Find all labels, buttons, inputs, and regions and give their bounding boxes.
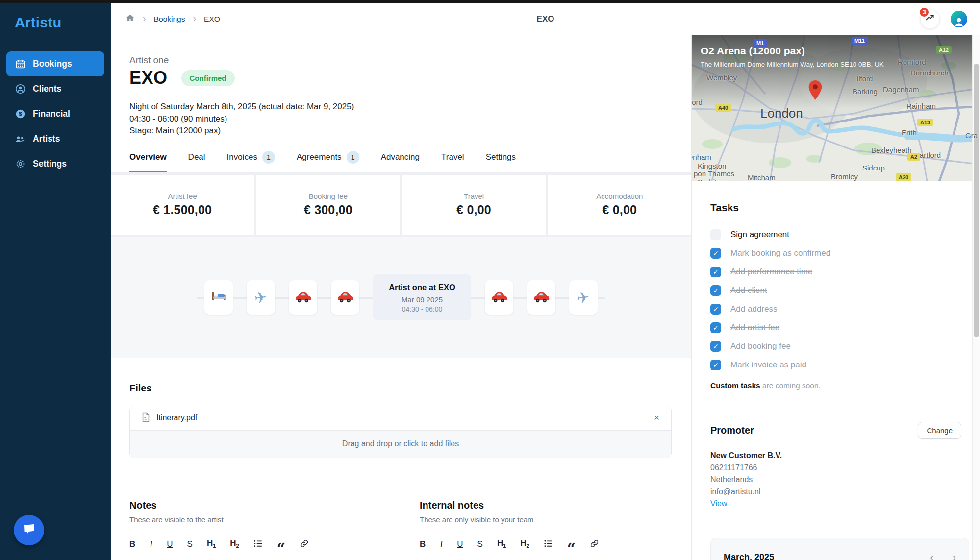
tab-travel[interactable]: Travel (441, 151, 464, 172)
task-add-client[interactable]: ✓ Add client (710, 281, 961, 300)
task-mark-booking-confirmed[interactable]: ✓ Mark booking as confirmed (710, 244, 961, 263)
strikethrough-button[interactable]: S (187, 540, 193, 548)
sidebar-item-bookings[interactable]: Bookings (6, 51, 104, 76)
checkbox-checked[interactable]: ✓ (710, 267, 721, 277)
heading2-button[interactable]: H2 (230, 539, 239, 549)
map-pin-icon (808, 80, 822, 102)
underline-button[interactable]: U (167, 540, 173, 548)
heading2-button[interactable]: H2 (520, 539, 529, 549)
heading1-button[interactable]: H1 (207, 539, 216, 549)
task-sign-agreement[interactable]: Sign agreement (710, 225, 961, 244)
checkbox-checked[interactable]: ✓ (710, 248, 721, 259)
tab-agreements[interactable]: Agreements1 (297, 151, 359, 172)
timeline-drive-stop[interactable] (485, 280, 513, 315)
strikethrough-button[interactable]: S (477, 540, 483, 548)
sidebar-item-settings[interactable]: Settings (6, 151, 104, 176)
task-add-artist-fee[interactable]: ✓ Add artist fee (710, 318, 961, 337)
italic-button[interactable]: I (440, 540, 443, 549)
promoter-heading: Promoter (710, 425, 754, 436)
car-icon (490, 288, 508, 307)
event-title: Artist one at EXO (378, 283, 466, 292)
booking-detail: Artist one EXO Confirmed Night of Saturd… (111, 35, 691, 560)
tab-deal[interactable]: Deal (188, 151, 205, 172)
internal-notes-column: Internal notes These are only visible to… (401, 481, 691, 560)
list-button[interactable] (544, 539, 553, 550)
timeline-drive-stop[interactable] (331, 280, 359, 315)
list-button[interactable] (253, 539, 263, 550)
tab-settings[interactable]: Settings (486, 151, 516, 172)
activity-button[interactable]: 3 (920, 9, 940, 29)
notes-toolbar: B I U S H1 H2 “ (129, 538, 378, 550)
underline-button[interactable]: U (457, 540, 463, 548)
fee-card-accomodation: Accomodation € 0,00 (548, 175, 691, 235)
tab-overview[interactable]: Overview (129, 151, 167, 172)
task-mark-invoice-paid[interactable]: ✓ Mark invoice as paid (710, 356, 961, 374)
tab-advancing[interactable]: Advancing (381, 151, 420, 172)
calendar-next-icon[interactable]: › (953, 552, 956, 560)
file-dropzone[interactable]: Drag and drop or click to add files (130, 430, 671, 458)
sidebar-item-financial[interactable]: $ Financial (6, 101, 104, 126)
checkbox-unchecked[interactable] (710, 229, 721, 240)
checkbox-checked[interactable]: ✓ (710, 304, 721, 315)
booking-time-line: 04:30 - 06:00 (90 minutes) (129, 113, 691, 125)
notes-heading: Notes (129, 500, 378, 511)
fee-card-artist-fee: Artist fee € 1.500,00 (111, 175, 254, 235)
checkbox-checked[interactable]: ✓ (710, 341, 721, 352)
files-heading: Files (129, 383, 672, 394)
view-promoter-link[interactable]: View (710, 498, 961, 510)
scrollbar-thumb[interactable] (974, 64, 979, 337)
file-row[interactable]: Itinerary.pdf × (130, 406, 671, 430)
task-add-address[interactable]: ✓ Add address (710, 300, 961, 318)
internal-notes-heading: Internal notes (420, 500, 669, 511)
timeline-event-card[interactable]: Artist one at EXO Mar 09 2025 04:30 - 06… (373, 274, 471, 320)
map-label: Romford (898, 58, 926, 66)
plane-icon: ✈ (576, 288, 591, 307)
timeline-drive-stop[interactable] (289, 280, 317, 315)
task-add-performance-time[interactable]: ✓ Add performance time (710, 263, 961, 281)
sidebar-item-artists[interactable]: Artists (6, 126, 104, 151)
promoter-country: Netherlands (710, 474, 961, 486)
timeline-flight-stop[interactable]: ✈ (247, 280, 275, 315)
link-button[interactable] (300, 539, 309, 550)
plane-icon: ✈ (253, 288, 268, 307)
heading1-button[interactable]: H1 (497, 539, 506, 549)
checkbox-checked[interactable]: ✓ (710, 360, 721, 370)
promoter-phone: 06211171766 (710, 462, 961, 474)
italic-button[interactable]: I (150, 540, 152, 549)
bold-button[interactable]: B (129, 540, 135, 548)
chat-bubble-icon (22, 522, 36, 538)
remove-file-icon[interactable]: × (654, 413, 659, 423)
link-button[interactable] (590, 539, 599, 550)
timeline-hotel-stop[interactable] (204, 280, 233, 315)
calendar-prev-icon[interactable]: ‹ (930, 552, 933, 560)
files-card: Itinerary.pdf × Drag and drop or click t… (129, 406, 672, 458)
timeline-drive-stop[interactable] (527, 280, 555, 315)
road-badge: A13 (917, 119, 933, 126)
user-avatar[interactable] (951, 11, 967, 27)
chat-launcher-button[interactable] (14, 515, 44, 545)
timeline-flight-stop[interactable]: ✈ (569, 280, 598, 315)
custom-tasks-note: Custom tasks are coming soon. (710, 381, 961, 390)
booking-tabs: Overview Deal Invoices1 Agreements1 Adva… (129, 151, 691, 172)
breadcrumb-bookings[interactable]: Bookings (154, 15, 185, 24)
change-promoter-button[interactable]: Change (918, 422, 961, 439)
bold-button[interactable]: B (420, 540, 426, 548)
promoter-section: Promoter Change New Customer B.V. 062111… (692, 404, 980, 510)
itinerary-timeline: ✈ A (111, 237, 691, 358)
page-scrollbar[interactable] (972, 35, 980, 560)
home-icon[interactable] (126, 13, 135, 24)
checkbox-checked[interactable]: ✓ (710, 322, 721, 333)
internal-notes-toolbar: B I U S H1 H2 “ (420, 538, 669, 550)
road-badge: M11 (852, 37, 868, 45)
map-label: London (760, 106, 803, 121)
checkbox-checked[interactable]: ✓ (710, 285, 721, 296)
sidebar-item-clients[interactable]: Clients (6, 76, 104, 101)
tab-invoices[interactable]: Invoices1 (227, 151, 275, 172)
venue-map[interactable]: O2 Arena (12000 pax) The Millennium Dome… (692, 35, 980, 181)
sidebar-item-label: Financial (33, 109, 70, 119)
map-label: Gra (965, 131, 978, 140)
promoter-details: New Customer B.V. 06211171766 Netherland… (710, 450, 961, 510)
map-label: Rainham (906, 102, 936, 110)
task-add-booking-fee[interactable]: ✓ Add booking fee (710, 337, 961, 356)
road-badge: A20 (896, 173, 911, 181)
